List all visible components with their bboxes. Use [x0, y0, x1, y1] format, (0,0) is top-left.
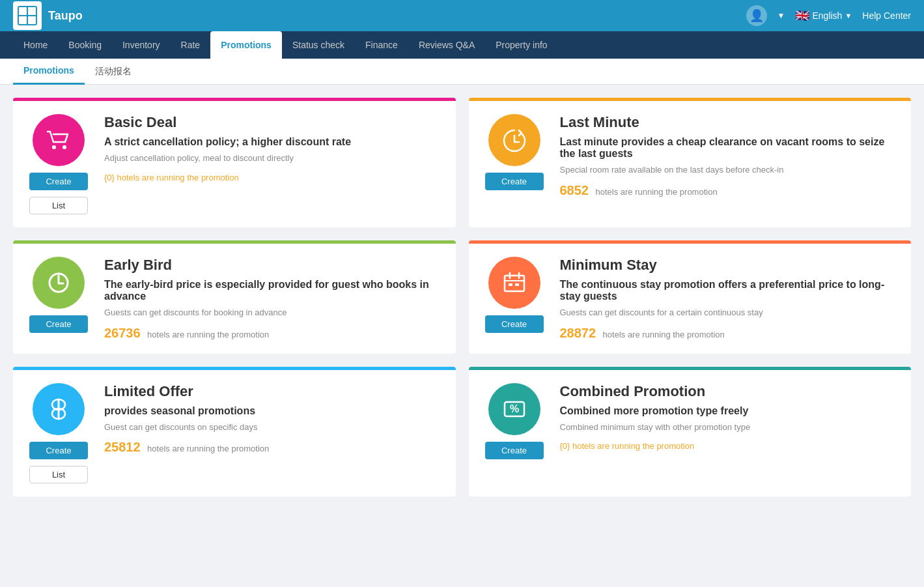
promo-card-limited-offer: Create List Limited Offer provides seaso…	[13, 367, 456, 496]
main-content: Create List Basic Deal A strict cancella…	[0, 85, 924, 509]
nav-inventory[interactable]: Inventory	[112, 31, 171, 59]
promo-subtitle-minimum-stay: The continuous stay promotion offers a p…	[560, 279, 899, 302]
card-icon-col-limited-offer: Create List	[26, 383, 91, 483]
language-label: English	[812, 10, 842, 21]
promo-count-basic-deal: {0} hotels are running the promotion	[104, 171, 443, 183]
promo-icon-combined-promotion: %	[488, 383, 540, 435]
promo-count-limited-offer: 25812 hotels are running the promotion	[104, 440, 443, 455]
promo-card-basic-deal: Create List Basic Deal A strict cancella…	[13, 98, 456, 227]
card-icon-col-minimum-stay: Create	[482, 257, 547, 341]
user-avatar[interactable]: 👤	[746, 5, 767, 26]
promo-count-last-minute: 6852 hotels are running the promotion	[560, 183, 899, 198]
promo-icon-minimum-stay	[488, 257, 540, 309]
promo-card-early-bird: Create Early Bird The early-bird price i…	[13, 240, 456, 354]
promo-icon-last-minute	[488, 114, 540, 166]
card-info-limited-offer: Limited Offer provides seasonal promotio…	[104, 383, 443, 483]
top-bar-right: 👤 ▼ 🇬🇧 English ▼ Help Center	[746, 5, 911, 26]
promo-count-minimum-stay: 28872 hotels are running the promotion	[560, 326, 899, 341]
lang-chevron-icon: ▼	[845, 12, 852, 20]
help-center-link[interactable]: Help Center	[862, 10, 911, 21]
card-icon-col-last-minute: Create	[482, 114, 547, 214]
svg-text:%: %	[509, 403, 518, 414]
promo-subtitle-early-bird: The early-bird price is especially provi…	[104, 279, 443, 302]
svg-rect-2	[28, 7, 36, 15]
nav-reviews[interactable]: Reviews Q&A	[408, 31, 485, 59]
card-body-basic-deal: Create List Basic Deal A strict cancella…	[13, 101, 456, 227]
svg-point-5	[52, 145, 56, 149]
promo-icon-basic-deal	[33, 114, 85, 166]
promo-title-early-bird: Early Bird	[104, 257, 443, 274]
promo-title-minimum-stay: Minimum Stay	[560, 257, 899, 274]
subnav-activity[interactable]: 活动报名	[85, 59, 142, 85]
promo-subtitle-last-minute: Last minute provides a cheap clearance o…	[560, 136, 899, 160]
svg-point-6	[63, 145, 66, 149]
card-info-minimum-stay: Minimum Stay The continuous stay promoti…	[560, 257, 899, 341]
card-info-early-bird: Early Bird The early-bird price is espec…	[104, 257, 443, 341]
create-button-minimum-stay[interactable]: Create	[485, 315, 544, 333]
card-body-last-minute: Create Last Minute Last minute provides …	[469, 101, 912, 227]
card-body-combined-promotion: % Create Combined Promotion Combined mor…	[469, 370, 912, 496]
card-body-minimum-stay: Create Minimum Stay The continuous stay …	[469, 244, 912, 354]
subnav-promotions[interactable]: Promotions	[13, 59, 85, 85]
card-icon-col-basic-deal: Create List	[26, 114, 91, 214]
promo-icon-limited-offer	[33, 383, 85, 435]
svg-rect-8	[505, 276, 524, 291]
promo-card-minimum-stay: Create Minimum Stay The continuous stay …	[469, 240, 912, 354]
card-info-last-minute: Last Minute Last minute provides a cheap…	[560, 114, 899, 214]
card-info-basic-deal: Basic Deal A strict cancellation policy;…	[104, 114, 443, 214]
language-selector[interactable]: 🇬🇧 English ▼	[795, 8, 852, 23]
create-button-basic-deal[interactable]: Create	[29, 173, 88, 190]
svg-rect-9	[509, 283, 512, 286]
logo-area: Taupo	[13, 1, 83, 30]
promo-count-combined-promotion: {0} hotels are running the promotion	[560, 440, 899, 451]
app-title: Taupo	[48, 9, 83, 23]
promo-desc-minimum-stay: Guests can get discounts for a certain c…	[560, 306, 899, 319]
promo-desc-basic-deal: Adjust cancellation policy, meal to disc…	[104, 152, 443, 165]
svg-rect-10	[515, 283, 519, 286]
nav-bar: Home Booking Inventory Rate Promotions S…	[0, 31, 924, 59]
promo-subtitle-combined-promotion: Combined more promotion type freely	[560, 405, 899, 417]
promo-desc-last-minute: Special room rate available on the last …	[560, 164, 899, 177]
create-button-limited-offer[interactable]: Create	[29, 442, 88, 459]
list-button-basic-deal[interactable]: List	[29, 197, 88, 214]
promo-title-last-minute: Last Minute	[560, 114, 899, 131]
promo-count-early-bird: 26736 hotels are running the promotion	[104, 326, 443, 341]
promo-subtitle-basic-deal: A strict cancellation policy; a higher d…	[104, 136, 443, 148]
promo-title-basic-deal: Basic Deal	[104, 114, 443, 131]
sub-nav: Promotions 活动报名	[0, 59, 924, 85]
create-button-combined-promotion[interactable]: Create	[485, 442, 544, 459]
nav-booking[interactable]: Booking	[58, 31, 112, 59]
nav-rate[interactable]: Rate	[171, 31, 211, 59]
promo-title-limited-offer: Limited Offer	[104, 383, 443, 400]
nav-promotions[interactable]: Promotions	[210, 31, 282, 59]
list-button-limited-offer[interactable]: List	[29, 466, 88, 483]
create-button-early-bird[interactable]: Create	[29, 315, 88, 333]
promo-desc-early-bird: Guests can get discounts for booking in …	[104, 306, 443, 319]
promo-card-last-minute: Create Last Minute Last minute provides …	[469, 98, 912, 227]
card-info-combined-promotion: Combined Promotion Combined more promoti…	[560, 383, 899, 483]
svg-rect-1	[19, 7, 27, 15]
card-body-early-bird: Create Early Bird The early-bird price i…	[13, 244, 456, 354]
card-body-limited-offer: Create List Limited Offer provides seaso…	[13, 370, 456, 496]
svg-rect-4	[28, 16, 36, 24]
card-icon-col-early-bird: Create	[26, 257, 91, 341]
promo-desc-limited-offer: Guest can get discounts on specific days	[104, 421, 443, 434]
card-icon-col-combined-promotion: % Create	[482, 383, 547, 483]
nav-finance[interactable]: Finance	[355, 31, 408, 59]
promo-title-combined-promotion: Combined Promotion	[560, 383, 899, 400]
promo-desc-combined-promotion: Combined minimum stay with other promoti…	[560, 421, 899, 434]
promo-subtitle-limited-offer: provides seasonal promotions	[104, 405, 443, 417]
create-button-last-minute[interactable]: Create	[485, 173, 544, 190]
nav-home[interactable]: Home	[13, 31, 58, 59]
top-bar: Taupo 👤 ▼ 🇬🇧 English ▼ Help Center	[0, 0, 924, 31]
promo-card-combined-promotion: % Create Combined Promotion Combined mor…	[469, 367, 912, 496]
nav-status-check[interactable]: Status check	[282, 31, 355, 59]
dropdown-arrow[interactable]: ▼	[777, 11, 785, 20]
logo-icon	[13, 1, 42, 30]
svg-rect-3	[19, 16, 27, 24]
promo-icon-early-bird	[33, 257, 85, 309]
nav-property-info[interactable]: Property info	[485, 31, 557, 59]
